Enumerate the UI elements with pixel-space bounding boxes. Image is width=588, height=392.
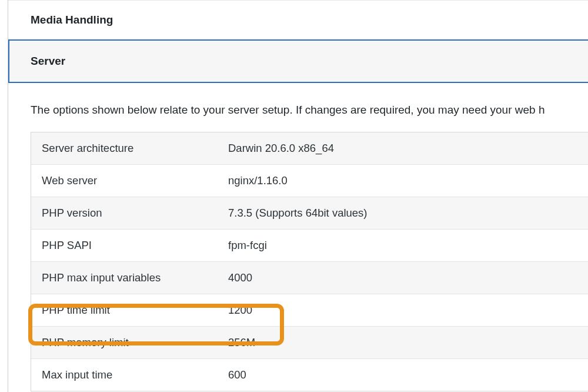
server-info-table: Server architecture Darwin 20.6.0 x86_64… (31, 132, 588, 391)
section-header-media-handling[interactable]: Media Handling (8, 0, 588, 39)
server-section-description: The options shown below relate to your s… (8, 83, 588, 132)
row-value: 1200 (228, 294, 588, 326)
row-label: Web server (31, 165, 228, 197)
row-value: 4000 (228, 262, 588, 294)
table-row: Max input time 600 (31, 359, 588, 391)
row-value: nginx/1.16.0 (228, 165, 588, 197)
row-value: 256M (228, 327, 588, 358)
table-row: Web server nginx/1.16.0 (31, 165, 588, 197)
row-label: PHP version (31, 197, 228, 229)
table-row: PHP time limit 1200 (31, 294, 588, 327)
row-label: PHP memory limit (31, 327, 228, 358)
row-label: Server architecture (31, 132, 228, 164)
row-label: PHP max input variables (31, 262, 228, 294)
row-label: PHP time limit (31, 294, 228, 326)
table-row: PHP memory limit 256M (31, 327, 588, 359)
table-row: Server architecture Darwin 20.6.0 x86_64 (31, 132, 588, 165)
table-row: PHP version 7.3.5 (Supports 64bit values… (31, 197, 588, 230)
row-label: PHP SAPI (31, 230, 228, 261)
row-value: fpm-fcgi (228, 230, 588, 261)
section-header-server[interactable]: Server (8, 39, 588, 83)
table-row: PHP SAPI fpm-fcgi (31, 230, 588, 262)
row-value: Darwin 20.6.0 x86_64 (228, 132, 588, 164)
row-label: Max input time (31, 359, 228, 391)
row-value: 600 (228, 359, 588, 391)
table-row: PHP max input variables 4000 (31, 262, 588, 294)
row-value: 7.3.5 (Supports 64bit values) (228, 197, 588, 229)
